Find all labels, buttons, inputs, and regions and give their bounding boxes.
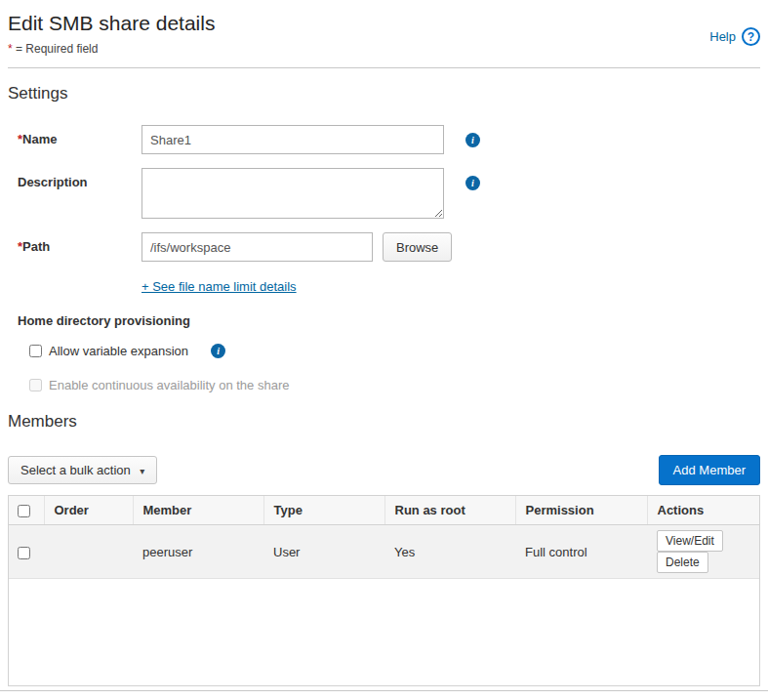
dialog-header: Edit SMB share details * = Required fiel… (8, 8, 760, 68)
add-member-button[interactable]: Add Member (659, 455, 760, 485)
view-edit-button[interactable]: View/Edit (657, 530, 723, 552)
bottom-divider (0, 690, 768, 691)
cell-permission: Full control (515, 525, 647, 579)
required-field-note: * = Required field (8, 42, 215, 56)
continuous-availability-label: Enable continuous availability on the sh… (49, 378, 289, 392)
file-name-limit-link[interactable]: + See file name limit details (141, 279, 297, 294)
name-label-text: Name (22, 132, 57, 146)
path-field-row: *Path Browse (8, 232, 760, 262)
name-field-row: *Name i (8, 125, 760, 154)
column-header-permission: Permission (515, 496, 647, 525)
column-header-run-as-root: Run as root (384, 496, 515, 525)
required-note-text: = Required field (16, 42, 98, 56)
bulk-action-label: Select a bulk action (20, 463, 131, 477)
allow-variable-expansion-row[interactable]: Allow variable expansion i (8, 344, 760, 358)
column-header-member: Member (133, 496, 263, 525)
variable-expansion-info-icon[interactable]: i (211, 344, 225, 358)
description-label: Description (18, 168, 141, 189)
row-checkbox[interactable] (18, 547, 30, 559)
path-label: *Path (18, 232, 141, 254)
section-title-settings: Settings (8, 84, 760, 103)
path-input[interactable] (141, 232, 373, 262)
name-info-icon[interactable]: i (465, 133, 480, 147)
cell-run-as-root: Yes (384, 525, 515, 579)
table-row: peeruser User Yes Full control View/Edit… (9, 525, 759, 579)
required-asterisk: * (8, 42, 13, 56)
path-label-text: Path (22, 239, 50, 254)
help-label: Help (709, 29, 736, 44)
edit-smb-share-dialog: Edit SMB share details * = Required fiel… (0, 0, 768, 700)
description-info-icon[interactable]: i (465, 176, 480, 190)
table-header-row: Order Member Type Run as root Permission… (9, 496, 759, 525)
help-link[interactable]: Help ? (709, 27, 760, 46)
name-input[interactable] (141, 125, 444, 154)
help-question-icon: ? (742, 27, 760, 46)
allow-variable-expansion-label[interactable]: Allow variable expansion (49, 344, 188, 358)
cell-actions: View/Edit Delete (647, 525, 759, 579)
members-toolbar: Select a bulk action ▾ Add Member (8, 455, 760, 485)
cell-order (44, 525, 133, 579)
section-title-members: Members (8, 412, 760, 432)
continuous-availability-row: Enable continuous availability on the sh… (8, 378, 760, 392)
column-header-type: Type (263, 496, 384, 525)
file-limit-link-row: + See file name limit details (141, 279, 760, 294)
cell-member: peeruser (133, 525, 263, 579)
allow-variable-expansion-checkbox[interactable] (29, 345, 42, 357)
cell-type: User (263, 525, 384, 579)
browse-button[interactable]: Browse (383, 232, 452, 262)
page-title: Edit SMB share details (8, 12, 215, 35)
description-textarea[interactable] (141, 168, 444, 219)
description-field-row: Description i (8, 168, 760, 219)
select-all-checkbox[interactable] (18, 505, 30, 517)
column-header-actions: Actions (647, 496, 759, 525)
delete-button[interactable]: Delete (657, 552, 708, 573)
caret-down-icon: ▾ (140, 466, 144, 476)
bulk-action-dropdown[interactable]: Select a bulk action ▾ (8, 456, 157, 484)
members-table: Order Member Type Run as root Permission… (8, 495, 760, 686)
name-label: *Name (18, 125, 141, 146)
header-titles: Edit SMB share details * = Required fiel… (8, 12, 215, 56)
home-directory-provisioning-label: Home directory provisioning (8, 313, 760, 328)
column-header-order: Order (44, 496, 133, 525)
continuous-availability-checkbox (29, 379, 42, 391)
